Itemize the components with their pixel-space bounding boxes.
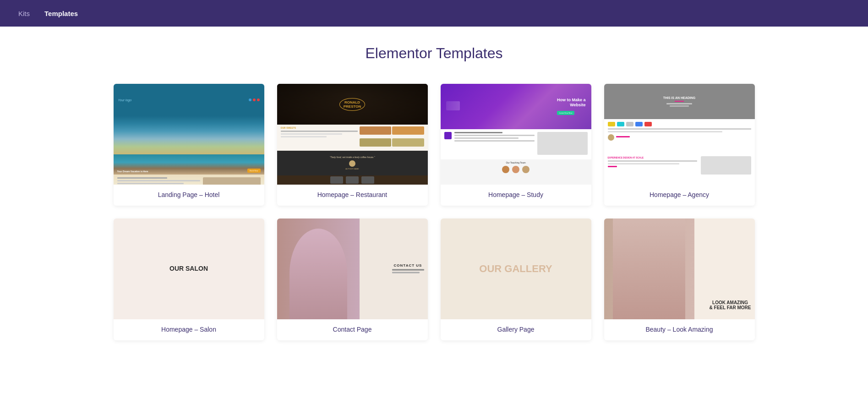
hotel-nav-dots xyxy=(249,98,260,101)
study-label: Homepage – Study xyxy=(441,185,591,206)
template-card-study[interactable]: How to Make aWebsite Learn How Now xyxy=(441,84,591,206)
restaurant-sweets: OUR SWEETS xyxy=(277,125,428,150)
template-card-contact[interactable]: CONTACT US Contact Page xyxy=(277,219,428,340)
contact-person-img xyxy=(277,219,360,319)
contact-label: Contact Page xyxy=(277,319,428,340)
hotel-cta-text: Your Dream Vacation is Here xyxy=(117,170,148,173)
study-hero-text: How to Make aWebsite xyxy=(557,98,586,108)
agency-mid xyxy=(604,119,755,154)
nav-templates[interactable]: Templates xyxy=(44,8,78,19)
agency-bottom: EXPERIENCE DESIGN AT SCALE xyxy=(604,154,755,185)
hotel-label: Landing Page – Hotel xyxy=(114,185,264,206)
restaurant-label: Homepage – Restaurant xyxy=(277,185,428,206)
templates-grid-row2: OUR SALON Homepage – Salon CONTACT US Co… xyxy=(114,219,755,340)
template-card-look[interactable]: LOOK AMAZING& FEEL FAR MORE Beauty – Loo… xyxy=(604,219,755,340)
restaurant-hero: RONALDPRESTON xyxy=(277,84,428,125)
thumbnail-contact: CONTACT US xyxy=(277,219,428,319)
main-content: Elementor Templates Your logo Your Dream… xyxy=(0,27,868,410)
header: Kits Templates xyxy=(0,0,868,27)
thumbnail-hotel: Your logo Your Dream Vacation is Here Bo… xyxy=(114,84,264,185)
template-card-gallery[interactable]: OUR GALLERY Gallery Page xyxy=(441,219,591,340)
template-card-restaurant[interactable]: RONALDPRESTON OUR SWEETS xyxy=(277,84,428,206)
agency-label: Homepage – Agency xyxy=(604,185,755,206)
agency-exp-title: EXPERIENCE DESIGN AT SCALE xyxy=(608,156,697,159)
gallery-title: OUR GALLERY xyxy=(479,263,552,275)
restaurant-quote: "Tasty food, set inside a lively coffee … xyxy=(277,151,428,175)
study-cta-btn: Learn How Now xyxy=(557,111,574,115)
thumbnail-study: How to Make aWebsite Learn How Now xyxy=(441,84,591,185)
template-card-hotel[interactable]: Your logo Your Dream Vacation is Here Bo… xyxy=(114,84,264,206)
template-card-agency[interactable]: THIS IS AN HEADING xyxy=(604,84,755,206)
look-text: LOOK AMAZING& FEEL FAR MORE xyxy=(710,300,751,310)
template-card-salon[interactable]: OUR SALON Homepage – Salon xyxy=(114,219,264,340)
hotel-logo: Your logo xyxy=(118,98,132,102)
study-team: Our Teaching Team xyxy=(441,159,591,185)
hotel-btn: Book Now xyxy=(247,169,260,173)
thumbnail-gallery: OUR GALLERY xyxy=(441,219,591,319)
hotel-bottom-section xyxy=(114,175,264,185)
page-title: Elementor Templates xyxy=(27,45,841,62)
thumbnail-salon: OUR SALON xyxy=(114,219,264,319)
restaurant-logo: RONALDPRESTON xyxy=(339,98,366,111)
salon-label: Homepage – Salon xyxy=(114,319,264,340)
agency-hero: THIS IS AN HEADING xyxy=(604,84,755,119)
study-hero: How to Make aWebsite Learn How Now xyxy=(441,84,591,129)
study-team-title: Our Teaching Team xyxy=(444,161,588,164)
thumbnail-agency: THIS IS AN HEADING xyxy=(604,84,755,185)
contact-us-title: CONTACT US xyxy=(392,263,424,268)
thumbnail-restaurant: RONALDPRESTON OUR SWEETS xyxy=(277,84,428,185)
look-label: Beauty – Look Amazing xyxy=(604,319,755,340)
thumbnail-look: LOOK AMAZING& FEEL FAR MORE xyxy=(604,219,755,319)
quote-text: "Tasty food, set inside a lively coffee … xyxy=(330,156,375,159)
templates-grid-row1: Your logo Your Dream Vacation is Here Bo… xyxy=(114,84,755,206)
restaurant-bottom xyxy=(277,175,428,185)
gallery-label: Gallery Page xyxy=(441,319,591,340)
agency-heading: THIS IS AN HEADING xyxy=(663,96,696,99)
look-person-img xyxy=(604,219,694,319)
agency-icons xyxy=(608,122,751,126)
nav-kits[interactable]: Kits xyxy=(18,8,30,19)
study-who xyxy=(441,129,591,159)
contact-text: CONTACT US xyxy=(392,263,424,275)
study-avatars xyxy=(444,166,588,173)
salon-title: OUR SALON xyxy=(169,265,208,272)
sweets-title: OUR SWEETS xyxy=(281,126,358,129)
